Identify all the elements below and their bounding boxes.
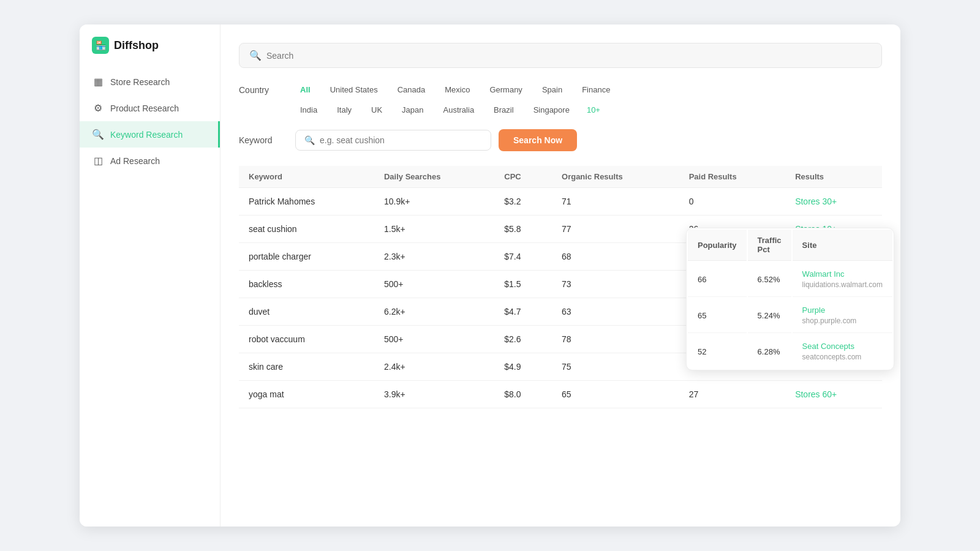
popup-traffic: 6.52% <box>748 262 791 297</box>
country-tag-jp[interactable]: Japan <box>394 103 431 117</box>
cell-organic-results-2: 68 <box>552 243 679 271</box>
country-filter-section: Country AllUnited StatesCanadaMexicoGerm… <box>239 83 882 117</box>
popup-row: 66 6.52% Walmart Inc liquidations.walmar… <box>688 262 892 297</box>
keyword-search-row: Keyword 🔍 Search Now <box>239 129 882 151</box>
cell-organic-results-6: 75 <box>552 353 679 381</box>
table-header: KeywordDaily SearchesCPCOrganic ResultsP… <box>239 166 882 188</box>
cell-results-1[interactable]: Stores 10+PopularityTraffic PctSite 66 6… <box>785 216 882 243</box>
country-tag-in[interactable]: India <box>293 103 325 117</box>
cell-organic-results-7: 65 <box>552 381 679 408</box>
cell-daily-searches-6: 2.4k+ <box>374 353 494 381</box>
popup-col-header: Popularity <box>688 230 747 261</box>
keyword-input-wrap[interactable]: 🔍 <box>295 130 491 151</box>
country-tag-mx[interactable]: Mexico <box>437 83 477 97</box>
cell-cpc-6: $4.9 <box>494 353 552 381</box>
cell-organic-results-0: 71 <box>552 188 679 216</box>
table-row: Patrick Mahomes10.9k+$3.2710Stores 30+ <box>239 188 882 216</box>
cell-cpc-3: $1.5 <box>494 271 552 298</box>
country-tag-de[interactable]: Germany <box>482 83 529 97</box>
country-tag-au[interactable]: Australia <box>436 103 482 117</box>
cell-keyword-6: skin care <box>239 353 374 381</box>
sidebar-item-ad-research[interactable]: ◫ Ad Research <box>80 148 220 174</box>
more-countries-link[interactable]: 10+ <box>587 105 600 114</box>
stores-popup: PopularityTraffic PctSite 66 6.52% Walma… <box>686 228 894 370</box>
col-header-daily-searches: Daily Searches <box>374 166 494 188</box>
cell-keyword-2: portable charger <box>239 243 374 271</box>
popup-site-name[interactable]: Seat Concepts <box>802 342 883 351</box>
popup-site-name[interactable]: Walmart Inc <box>802 269 883 279</box>
top-search-bar[interactable]: 🔍 <box>239 43 882 68</box>
col-header-cpc: CPC <box>494 166 552 188</box>
main-content: 🔍 Country AllUnited StatesCanadaMexicoGe… <box>221 24 900 527</box>
keyword-search-icon: 🔍 <box>304 135 315 145</box>
cell-daily-searches-4: 6.2k+ <box>374 298 494 326</box>
stores-link[interactable]: Stores 60+ <box>795 389 837 399</box>
nav-menu: ▦ Store Research ⚙ Product Research 🔍 Ke… <box>80 69 220 174</box>
logo-text: Diffshop <box>114 39 159 52</box>
country-tag-us[interactable]: United States <box>323 83 385 97</box>
table-row: seat cushion1.5k+$5.87726Stores 10+Popul… <box>239 216 882 243</box>
cell-organic-results-5: 78 <box>552 326 679 353</box>
table-body: Patrick Mahomes10.9k+$3.2710Stores 30+se… <box>239 188 882 408</box>
col-header-results: Results <box>785 166 882 188</box>
cell-keyword-5: robot vaccuum <box>239 326 374 353</box>
cell-paid-results-7: 27 <box>679 381 785 408</box>
cell-cpc-2: $7.4 <box>494 243 552 271</box>
cell-cpc-0: $3.2 <box>494 188 552 216</box>
cell-daily-searches-7: 3.9k+ <box>374 381 494 408</box>
country-tag-uk[interactable]: UK <box>364 103 390 117</box>
search-icon: 🔍 <box>249 50 262 61</box>
cell-keyword-7: yoga mat <box>239 381 374 408</box>
popup-site-name[interactable]: Purple <box>802 305 883 315</box>
col-header-keyword: Keyword <box>239 166 374 188</box>
country-tag-br[interactable]: Brazil <box>486 103 521 117</box>
cell-cpc-7: $8.0 <box>494 381 552 408</box>
table-wrapper: KeywordDaily SearchesCPCOrganic ResultsP… <box>239 166 882 408</box>
popup-traffic: 5.24% <box>748 298 791 333</box>
sidebar-item-keyword-research[interactable]: 🔍 Keyword Research <box>80 121 220 148</box>
col-header-paid-results: Paid Results <box>679 166 785 188</box>
cell-keyword-1: seat cushion <box>239 216 374 243</box>
country-tag-all[interactable]: All <box>293 83 318 97</box>
cell-results-0[interactable]: Stores 30+ <box>785 188 882 216</box>
keyword-input[interactable] <box>320 135 482 145</box>
cell-daily-searches-3: 500+ <box>374 271 494 298</box>
store-research-label: Store Research <box>110 77 170 87</box>
cell-paid-results-0: 0 <box>679 188 785 216</box>
stores-link[interactable]: Stores 30+ <box>795 197 837 206</box>
cell-results-7[interactable]: Stores 60+ <box>785 381 882 408</box>
popup-row: 52 6.28% Seat Concepts seatconcepts.com <box>688 334 892 369</box>
search-now-button[interactable]: Search Now <box>499 129 577 151</box>
cell-daily-searches-1: 1.5k+ <box>374 216 494 243</box>
popup-popularity: 66 <box>688 262 747 297</box>
country-tag-ca[interactable]: Canada <box>390 83 433 97</box>
country-tag-fi[interactable]: Finance <box>575 83 617 97</box>
cell-daily-searches-2: 2.3k+ <box>374 243 494 271</box>
country-filter-row1: Country AllUnited StatesCanadaMexicoGerm… <box>239 83 882 97</box>
top-search-input[interactable] <box>266 51 872 61</box>
cell-keyword-0: Patrick Mahomes <box>239 188 374 216</box>
country-tag-sg[interactable]: Singapore <box>526 103 577 117</box>
keyword-label: Keyword <box>239 135 288 145</box>
country-filter-row2: IndiaItalyUKJapanAustraliaBrazilSingapor… <box>239 103 882 117</box>
popup-col-header: Site <box>793 230 892 261</box>
cell-keyword-4: duvet <box>239 298 374 326</box>
sidebar-item-product-research[interactable]: ⚙ Product Research <box>80 95 220 121</box>
cell-cpc-1: $5.8 <box>494 216 552 243</box>
popup-site: Walmart Inc liquidations.walmart.com <box>793 262 892 297</box>
popup-row: 65 5.24% Purple shop.purple.com <box>688 298 892 333</box>
keyword-research-label: Keyword Research <box>110 130 183 140</box>
popup-site-url: seatconcepts.com <box>802 353 862 361</box>
popup-traffic: 6.28% <box>748 334 791 369</box>
country-tag-it[interactable]: Italy <box>330 103 359 117</box>
col-header-organic-results: Organic Results <box>552 166 679 188</box>
logo: 🏪 Diffshop <box>80 37 220 69</box>
country-tag-es[interactable]: Spain <box>535 83 570 97</box>
results-table: KeywordDaily SearchesCPCOrganic ResultsP… <box>239 166 882 408</box>
cell-cpc-4: $4.7 <box>494 298 552 326</box>
popup-site-url: liquidations.walmart.com <box>802 280 883 289</box>
country-label: Country <box>239 85 288 95</box>
sidebar-item-store-research[interactable]: ▦ Store Research <box>80 69 220 95</box>
popup-popularity: 52 <box>688 334 747 369</box>
country-tags-row2: IndiaItalyUKJapanAustraliaBrazilSingapor… <box>293 103 577 117</box>
